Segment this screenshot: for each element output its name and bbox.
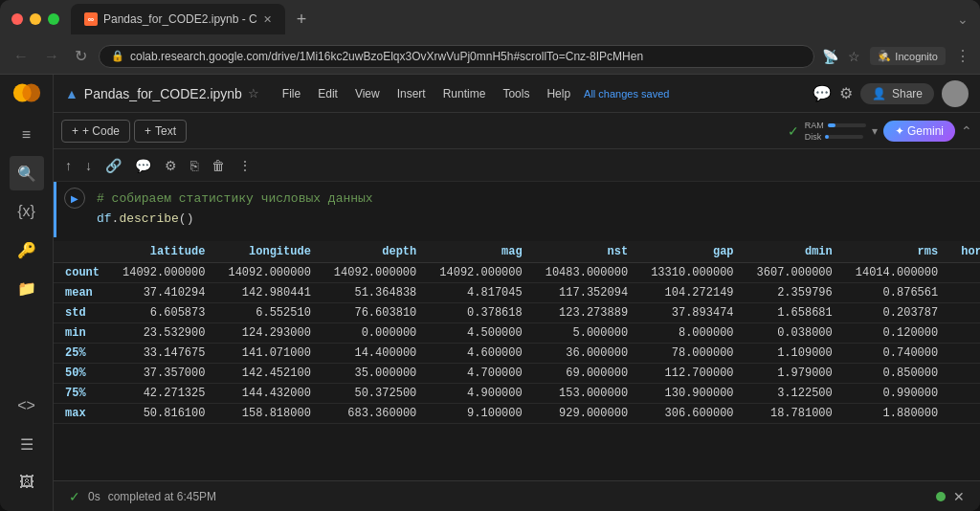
menu-edit[interactable]: Edit xyxy=(310,83,345,104)
sidebar-key-icon[interactable]: 🔑 xyxy=(10,233,44,267)
run-button[interactable]: ▶ xyxy=(64,188,85,209)
collapse-icon[interactable]: ⌃ xyxy=(961,123,972,139)
tab-close-icon[interactable]: ✕ xyxy=(263,13,272,26)
colab-logo xyxy=(11,82,42,106)
sidebar-folder-icon[interactable]: 📁 xyxy=(10,271,44,305)
down-arrow-icon[interactable]: ↓ xyxy=(81,154,96,177)
cell-value: 4.500000 xyxy=(428,322,533,343)
gemini-button[interactable]: ✦ Gemini xyxy=(883,121,955,142)
cell-value: 1.658681 xyxy=(746,302,844,322)
colab-topbar: ▲ Pandas_for_CODE2.ipynb ☆ File Edit Vie… xyxy=(54,75,980,113)
plus-text-icon: + xyxy=(145,124,151,138)
bookmark-icon[interactable]: ☆ xyxy=(848,49,860,64)
add-text-button[interactable]: + Text xyxy=(134,120,187,143)
link-icon[interactable]: 🔗 xyxy=(101,154,125,177)
active-tab[interactable]: ∞ Pandas_for_CODE2.ipynb - C ✕ xyxy=(71,4,285,34)
menu-tools[interactable]: Tools xyxy=(495,83,537,104)
dropdown-icon[interactable]: ▾ xyxy=(872,124,878,138)
comment2-icon[interactable]: 💬 xyxy=(131,154,155,177)
maximize-button[interactable] xyxy=(48,13,59,25)
cast-icon[interactable]: 📡 xyxy=(822,49,838,64)
copy-icon[interactable]: ⎘ xyxy=(187,154,202,177)
output-area[interactable]: latitude longitude depth mag nst gap dmi… xyxy=(54,237,980,480)
row-label: min xyxy=(54,322,111,343)
disk-bar xyxy=(825,135,863,139)
table-row: max50.816100158.818000683.3600009.100000… xyxy=(54,403,980,423)
cell-value: 0.740000 xyxy=(844,343,949,363)
settings-icon[interactable]: ⚙ xyxy=(839,84,853,102)
col-header-horizontalerror: horizontalError xyxy=(949,241,980,263)
col-header-gap: gap xyxy=(639,241,745,263)
new-tab-button[interactable]: + xyxy=(289,10,315,30)
ram-disk-indicator: RAM Disk xyxy=(805,121,866,142)
trash-icon[interactable]: 🗑 xyxy=(208,154,229,177)
sidebar-search-icon[interactable]: 🔍 xyxy=(10,156,44,190)
lock-icon: 🔒 xyxy=(111,50,124,62)
cell-value: 14092.000000 xyxy=(111,262,216,282)
url-bar[interactable]: 🔒 colab.research.google.com/drive/1Mi16k… xyxy=(99,45,814,68)
cell-value: 153.000000 xyxy=(534,383,639,403)
close-button[interactable] xyxy=(11,13,23,25)
cell-code[interactable]: # собираем статистику числовых данных df… xyxy=(85,186,972,233)
minimize-button[interactable] xyxy=(30,13,41,25)
cell-value: 50.372500 xyxy=(323,383,428,403)
code-comment: # собираем статистику числовых данных xyxy=(97,191,373,206)
cell-value: 929.000000 xyxy=(534,403,639,423)
menu-help[interactable]: Help xyxy=(539,83,578,104)
cell-value: 142.980441 xyxy=(216,282,322,302)
cell-value: 3.122500 xyxy=(746,383,844,403)
sidebar-image-icon[interactable]: 🖼 xyxy=(10,465,44,500)
ram-bar xyxy=(828,123,866,127)
add-code-label: + Code xyxy=(82,124,120,138)
sidebar-list-icon[interactable]: ☰ xyxy=(10,427,44,461)
cell-value: 14092.000000 xyxy=(216,262,322,282)
sidebar-toc-icon[interactable]: ≡ xyxy=(10,118,44,152)
browser-menu-button[interactable]: ⋮ xyxy=(955,47,970,65)
menu-file[interactable]: File xyxy=(275,83,308,104)
cell-value: 2800.000000 xyxy=(949,262,980,282)
reload-button[interactable]: ↻ xyxy=(71,43,91,69)
disk-label: Disk xyxy=(805,132,822,142)
back-button[interactable]: ← xyxy=(10,44,33,69)
cell-value: 112.700000 xyxy=(639,363,745,383)
forward-button[interactable]: → xyxy=(40,44,63,69)
browser-window: ∞ Pandas_for_CODE2.ipynb - C ✕ + ⌄ ← → ↻… xyxy=(0,0,980,511)
table-row: 50%37.357000142.45210035.0000004.7000006… xyxy=(54,363,980,383)
incognito-button[interactable]: 🕵 Incognito xyxy=(870,47,946,65)
incognito-label: Incognito xyxy=(895,51,938,62)
cell-value: 37.893474 xyxy=(639,302,745,322)
tab-bar: ∞ Pandas_for_CODE2.ipynb - C ✕ + xyxy=(71,4,957,34)
sidebar-code2-icon[interactable]: <> xyxy=(10,389,44,423)
more-icon[interactable]: ⋮ xyxy=(234,154,256,177)
col-header-longitude: longitude xyxy=(216,241,322,263)
menu-insert[interactable]: Insert xyxy=(390,83,434,104)
cell-value: 104.272149 xyxy=(639,282,745,302)
avatar[interactable] xyxy=(942,80,969,107)
status-completed: completed at 6:45PM xyxy=(108,490,216,503)
row-label: 25% xyxy=(54,343,111,363)
share-button[interactable]: 👤 Share xyxy=(860,83,934,104)
menu-runtime[interactable]: Runtime xyxy=(435,83,494,104)
comment-icon[interactable]: 💬 xyxy=(813,84,832,102)
cell-value: 14092.000000 xyxy=(323,262,428,282)
up-arrow-icon[interactable]: ↑ xyxy=(61,154,76,177)
col-header-rms: rms xyxy=(844,241,949,263)
add-code-button[interactable]: + + Code xyxy=(61,120,130,143)
chevron-down-icon[interactable]: ⌄ xyxy=(957,11,969,27)
address-bar-right: 📡 ☆ 🕵 Incognito ⋮ xyxy=(822,47,970,65)
window-controls xyxy=(11,13,59,25)
menu-view[interactable]: View xyxy=(347,83,388,104)
colab-content: ▲ Pandas_for_CODE2.ipynb ☆ File Edit Vie… xyxy=(54,75,980,511)
notebook-title: Pandas_for_CODE2.ipynb xyxy=(84,86,242,101)
star-icon[interactable]: ☆ xyxy=(248,86,259,100)
settings2-icon[interactable]: ⚙ xyxy=(161,154,181,177)
cell-value: 6.605873 xyxy=(111,302,216,322)
table-row: min23.532900124.2930000.0000004.5000005.… xyxy=(54,322,980,343)
cell-value: 13310.000000 xyxy=(639,262,745,282)
sidebar-code-icon[interactable]: {x} xyxy=(10,194,44,229)
cell-value: 4.900000 xyxy=(428,383,533,403)
colab-topbar-right: 💬 ⚙ 👤 Share xyxy=(813,80,969,107)
status-dot xyxy=(936,492,946,501)
table-row: 25%33.147675141.07100014.4000004.6000003… xyxy=(54,343,980,363)
status-close-icon[interactable]: ✕ xyxy=(953,489,965,504)
